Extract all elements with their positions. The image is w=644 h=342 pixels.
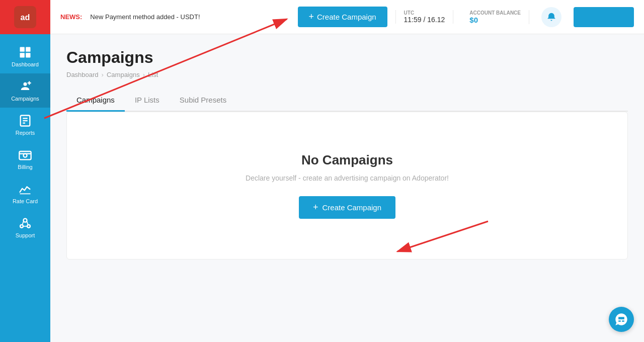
page-title: Campaigns: [66, 48, 628, 67]
news-text: New Payment method added - USDT!: [90, 13, 200, 21]
svg-point-17: [24, 219, 27, 222]
empty-state-title: No Campaigns: [301, 152, 393, 168]
rate-card-icon: [18, 182, 32, 198]
svg-rect-3: [26, 47, 30, 52]
svg-rect-5: [26, 53, 30, 57]
svg-rect-4: [20, 53, 25, 57]
breadcrumb: Dashboard › Campaigns › List: [66, 71, 628, 78]
bell-icon: [546, 12, 556, 22]
plus-icon-main: +: [313, 202, 318, 213]
topbar-create-campaign-button[interactable]: + Create Campaign: [298, 7, 387, 27]
page-body: Campaigns Dashboard › Campaigns › List C…: [50, 34, 644, 342]
svg-rect-13: [19, 151, 31, 159]
utc-block: UTC 11:59 / 16.12: [395, 10, 454, 24]
sidebar-item-dashboard-label: Dashboard: [12, 61, 39, 67]
utc-time: 11:59 / 16.12: [404, 16, 445, 24]
sidebar-item-support-label: Support: [16, 232, 35, 238]
svg-point-19: [27, 225, 30, 228]
breadcrumb-parent[interactable]: Campaigns: [107, 71, 140, 78]
svg-rect-2: [20, 47, 25, 52]
svg-point-18: [20, 225, 23, 228]
breadcrumb-sep-2: ›: [143, 71, 145, 78]
user-account-button[interactable]: [574, 7, 634, 27]
chat-icon: [614, 312, 628, 326]
sidebar-item-support[interactable]: Support: [0, 210, 50, 244]
notifications-button[interactable]: [541, 7, 561, 27]
create-campaign-main-button[interactable]: + Create Campaign: [299, 196, 395, 219]
sidebar-item-campaigns-label: Campaigns: [11, 96, 39, 102]
svg-line-20: [22, 222, 23, 225]
support-icon: [18, 216, 32, 232]
tab-subid-presets[interactable]: Subid Presets: [170, 91, 236, 112]
main-content: NEWS: New Payment method added - USDT! +…: [50, 0, 644, 342]
create-campaign-main-label: Create Campaign: [322, 203, 381, 212]
sidebar-item-billing-label: Billing: [18, 164, 32, 170]
tab-campaigns[interactable]: Campaigns: [66, 91, 125, 112]
account-balance-block: ACCOUNT BALANCE $0: [461, 10, 529, 24]
reports-icon: [18, 114, 32, 130]
tabs-bar: Campaigns IP Lists Subid Presets: [66, 91, 628, 112]
svg-point-6: [24, 82, 27, 86]
sidebar-logo: ad: [0, 0, 50, 34]
plus-icon: +: [309, 12, 314, 22]
sidebar-item-reports-label: Reports: [16, 130, 35, 136]
breadcrumb-home[interactable]: Dashboard: [66, 71, 99, 78]
topbar-create-campaign-label: Create Campaign: [317, 13, 376, 21]
tab-ip-lists[interactable]: IP Lists: [125, 91, 170, 112]
account-balance-label: ACCOUNT BALANCE: [469, 10, 521, 16]
svg-line-21: [27, 222, 28, 225]
sidebar-item-billing[interactable]: Billing: [0, 142, 50, 176]
sidebar-item-reports[interactable]: Reports: [0, 108, 50, 142]
campaigns-icon: [18, 79, 32, 96]
sidebar: ad Dashboard Campaigns Reports Billing: [0, 0, 50, 342]
support-chat-bubble[interactable]: [609, 307, 634, 332]
account-balance-value: $0: [469, 16, 478, 24]
empty-state-card: No Campaigns Declare yourself - create a…: [66, 112, 628, 260]
empty-state-description: Declare yourself - create an advertising…: [246, 174, 449, 182]
topbar: NEWS: New Payment method added - USDT! +…: [50, 0, 644, 34]
utc-label: UTC: [404, 10, 415, 16]
sidebar-item-campaigns[interactable]: Campaigns: [0, 73, 50, 108]
sidebar-item-dashboard[interactable]: Dashboard: [0, 39, 50, 73]
breadcrumb-sep-1: ›: [102, 71, 104, 78]
news-badge: NEWS:: [60, 13, 82, 21]
breadcrumb-current: List: [148, 71, 158, 78]
sidebar-item-rate-card[interactable]: Rate Card: [0, 176, 50, 210]
sidebar-item-rate-card-label: Rate Card: [13, 198, 38, 204]
dashboard-icon: [18, 45, 32, 61]
svg-text:ad: ad: [21, 13, 30, 22]
billing-icon: [18, 148, 32, 164]
brand-logo: ad: [14, 6, 36, 28]
